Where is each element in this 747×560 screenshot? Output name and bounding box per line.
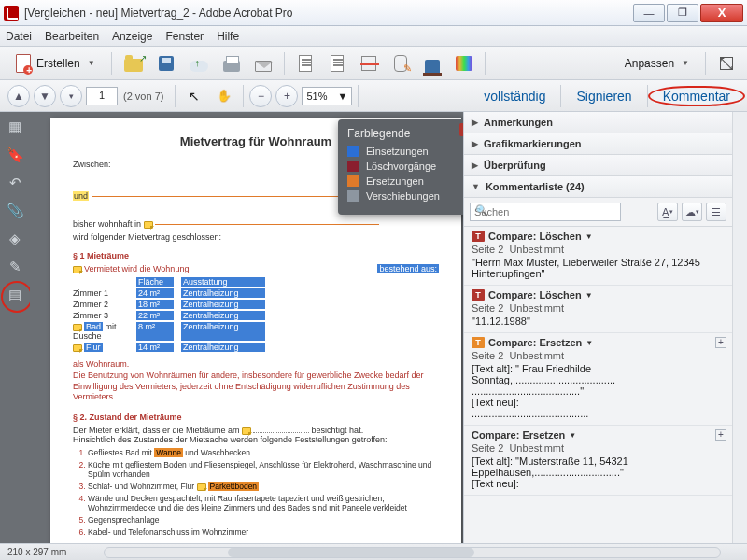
legend-close-button[interactable]: ✕ [459,123,463,136]
list-item: Schlaf- und Wohnzimmer, Flur Parkettbode… [88,482,439,491]
rainbow-icon [456,56,472,71]
vollstaendig-link[interactable]: vollständig [474,89,555,104]
zoom-in-button[interactable]: + [275,85,298,107]
page-nav-dropdown[interactable]: ▾ [60,85,82,107]
bookmarks-icon[interactable]: 🔖 [6,146,24,164]
s1-1-label: Vermietet wird die Wohnung [84,264,189,273]
menu-anzeige[interactable]: Anzeige [112,30,152,43]
open-button[interactable] [120,50,148,77]
section-anmerkungen[interactable]: ▶Anmerkungen [464,112,732,133]
window-titlebar: [Vergleichen - neu] Mietvertrag_2 - Adob… [0,0,747,26]
list-item: Gefliestes Bad mit Wanne und Waschbecken [88,448,439,457]
menu-hilfe[interactable]: Hilfe [217,30,239,43]
legend-title: Farblegende [347,127,463,140]
comment-item[interactable]: TCompare: Löschen ▼ Seite 2 Unbestimmt "… [464,286,732,333]
nav-toolbar: ▲ ▼ ▾ 1 (2 von 7) ↖ ✋ − + 51%▼ vollständ… [0,80,747,112]
sort-button[interactable]: ☁▾ [682,203,702,221]
cursor-icon: ↖ [189,89,200,104]
document-viewport[interactable]: Mietvertrag für Wohnraum Zwischen: als V… [30,112,463,543]
horizontal-scrollbar[interactable] [104,547,721,558]
list-item: Wände und Decken gespachtelt, mit Rauhfa… [88,494,439,512]
create-icon [16,54,31,73]
customize-button[interactable]: Anpassen ▼ [616,50,698,77]
chevron-down-icon: ▼ [88,59,95,67]
thumbnails-icon[interactable]: ▦ [6,118,24,136]
email-button[interactable] [250,50,276,77]
comment-search-input[interactable] [470,203,621,221]
expand-icon [720,57,733,70]
customize-label: Anpassen [625,57,674,70]
signatures-icon[interactable]: ✎ [6,258,24,276]
zoom-out-button[interactable]: − [249,85,272,107]
save-button[interactable] [153,50,179,77]
vertical-scrollbar[interactable] [732,112,747,543]
comment-item[interactable]: TCompare: Löschen ▼ Seite 2 Unbestimmt "… [464,227,732,286]
hand-tool[interactable]: ✋ [211,83,237,109]
note-icon[interactable] [242,427,251,435]
attachments-icon[interactable]: 📎 [6,202,24,220]
fullscreen-button[interactable] [713,50,740,77]
undo-icon[interactable]: ↶ [6,174,24,192]
signieren-link[interactable]: Signieren [567,89,641,104]
section-ueberpruefung[interactable]: ▶Überprüfung [464,155,732,176]
filter-button[interactable]: A̲▾ [657,203,678,221]
list-item: Kabel- und Telefonanschluss im Wohnzimme… [88,527,439,537]
expand-comment-button[interactable]: + [715,429,726,441]
compare-icon[interactable]: ▤ [6,286,24,304]
create-button[interactable]: Erstellen ▼ [7,50,104,77]
section-kommentarliste[interactable]: ▼Kommentarliste (24) [464,176,732,198]
minimize-button[interactable]: — [633,4,665,22]
kommentar-link[interactable]: Kommentar [654,89,740,104]
hand-icon: ✋ [217,89,232,103]
main-toolbar: Erstellen ▼ Anpassen ▼ [0,47,747,80]
options-button[interactable]: ☰ [706,203,726,221]
prev-page-button[interactable]: ▲ [7,85,30,107]
maximize-button[interactable]: ❐ [667,4,698,22]
parkett-highlight: Parkettboden [208,482,260,491]
comment-list[interactable]: TCompare: Löschen ▼ Seite 2 Unbestimmt "… [464,227,732,543]
status-bar: 210 x 297 mm [0,543,747,560]
window-title: [Vergleichen - neu] Mietvertrag_2 - Adob… [24,7,633,20]
print-button[interactable] [218,50,245,77]
list-item: Gegensprechanlage [88,515,439,525]
delete-tag-icon: T [472,289,485,301]
stamp-button[interactable] [419,50,445,77]
note-icon[interactable] [73,344,82,352]
acrobat-icon [4,6,19,21]
comment-item[interactable]: + TCompare: Ersetzen ▼ Seite 2 Unbestimm… [464,333,732,426]
und-highlight: und [73,191,89,201]
select-tool[interactable]: ↖ [181,83,207,109]
export-doc-button[interactable] [292,50,318,77]
layers-icon[interactable]: ◈ [6,230,24,248]
note-icon[interactable] [73,324,82,331]
page-number-input[interactable]: 1 [86,87,118,105]
form-button[interactable] [388,50,414,77]
next-page-button[interactable]: ▼ [34,85,56,107]
mail-icon [255,61,272,72]
close-button[interactable]: X [700,4,743,22]
ocr-button[interactable] [356,50,382,77]
zoom-input[interactable]: 51%▼ [302,87,352,105]
benutzung-text: Die Benutzung von Wohnräumen für andere,… [73,371,439,403]
scroll-thumb[interactable] [228,548,473,557]
menu-datei[interactable]: Datei [6,30,32,43]
cloud-button[interactable] [185,50,213,77]
create-pdf-button[interactable] [324,50,350,77]
page-total-label: (2 von 7) [123,91,163,102]
note-icon[interactable] [73,266,82,273]
note-icon[interactable] [197,483,206,491]
color-legend-popup: ✕ Farblegende Einsetzungen Löschvorgänge… [338,119,463,215]
expand-comment-button[interactable]: + [715,337,726,348]
print-icon [223,61,240,72]
page-dimensions: 210 x 297 mm [7,547,66,557]
color-button[interactable] [451,50,477,77]
menu-fenster[interactable]: Fenster [165,30,204,43]
section-1-heading: § 1 Mieträume [73,251,439,260]
menu-bearbeiten[interactable]: Bearbeiten [45,30,99,43]
section-grafik[interactable]: ▶Grafikmarkierungen [464,133,732,155]
comment-item[interactable]: + Compare: Ersetzen ▼ Seite 2 Unbestimmt… [464,426,732,496]
bad-highlight: Bad [84,322,103,331]
bisher-label: bisher wohnhaft in [73,219,141,229]
delete-tag-icon: T [472,231,485,242]
note-icon[interactable] [144,221,153,229]
